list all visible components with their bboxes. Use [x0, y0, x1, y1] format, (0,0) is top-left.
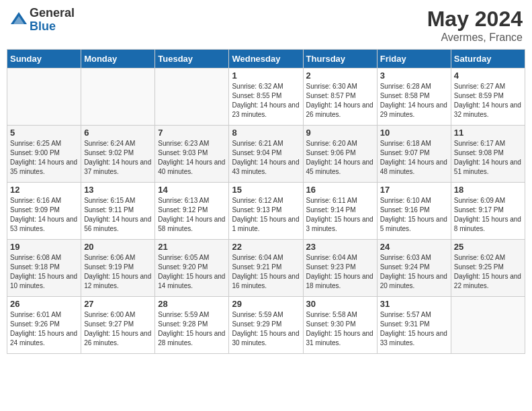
- day-number: 3: [380, 71, 448, 81]
- day-info: Sunrise: 6:01 AMSunset: 9:26 PMDaylight:…: [10, 310, 78, 348]
- calendar-day-cell: 19Sunrise: 6:08 AMSunset: 9:18 PMDayligh…: [7, 240, 81, 297]
- calendar-day-cell: 3Sunrise: 6:28 AMSunset: 8:58 PMDaylight…: [377, 68, 451, 126]
- day-number: 2: [306, 71, 374, 81]
- day-number: 12: [10, 185, 78, 195]
- calendar-day-cell: 11Sunrise: 6:17 AMSunset: 9:08 PMDayligh…: [451, 126, 525, 183]
- day-number: 22: [232, 242, 300, 252]
- day-info: Sunrise: 5:58 AMSunset: 9:30 PMDaylight:…: [306, 310, 374, 348]
- calendar-day-cell: 21Sunrise: 6:05 AMSunset: 9:20 PMDayligh…: [155, 240, 229, 297]
- calendar-day-cell: 25Sunrise: 6:02 AMSunset: 9:25 PMDayligh…: [451, 240, 525, 297]
- calendar-day-cell: 23Sunrise: 6:04 AMSunset: 9:23 PMDayligh…: [303, 240, 377, 297]
- calendar-day-cell: 27Sunrise: 6:00 AMSunset: 9:27 PMDayligh…: [81, 297, 155, 354]
- day-info: Sunrise: 6:23 AMSunset: 9:03 PMDaylight:…: [158, 139, 226, 177]
- days-of-week-row: SundayMondayTuesdayWednesdayThursdayFrid…: [7, 50, 525, 68]
- day-number: 10: [380, 128, 448, 138]
- logo-blue-text: Blue: [30, 20, 75, 34]
- day-of-week-header: Monday: [81, 50, 155, 68]
- day-info: Sunrise: 6:02 AMSunset: 9:25 PMDaylight:…: [454, 253, 522, 291]
- day-info: Sunrise: 6:12 AMSunset: 9:13 PMDaylight:…: [232, 196, 300, 234]
- day-of-week-header: Sunday: [7, 50, 81, 68]
- day-number: 9: [306, 128, 374, 138]
- day-info: Sunrise: 6:20 AMSunset: 9:06 PMDaylight:…: [306, 139, 374, 177]
- page-header: General Blue May 2024 Avermes, France: [7, 7, 525, 44]
- day-info: Sunrise: 6:18 AMSunset: 9:07 PMDaylight:…: [380, 139, 448, 177]
- calendar-day-cell: 1Sunrise: 6:32 AMSunset: 8:55 PMDaylight…: [229, 68, 303, 126]
- calendar-day-cell: 15Sunrise: 6:12 AMSunset: 9:13 PMDayligh…: [229, 183, 303, 240]
- day-info: Sunrise: 6:17 AMSunset: 9:08 PMDaylight:…: [454, 139, 522, 177]
- day-info: Sunrise: 6:06 AMSunset: 9:19 PMDaylight:…: [84, 253, 152, 291]
- logo-text: General Blue: [30, 7, 75, 34]
- day-number: 29: [232, 299, 300, 309]
- calendar-day-cell: [81, 68, 155, 126]
- day-info: Sunrise: 6:28 AMSunset: 8:58 PMDaylight:…: [380, 82, 448, 120]
- logo: General Blue: [9, 7, 75, 34]
- day-number: 14: [158, 185, 226, 195]
- calendar-day-cell: 29Sunrise: 5:59 AMSunset: 9:29 PMDayligh…: [229, 297, 303, 354]
- calendar-day-cell: 31Sunrise: 5:57 AMSunset: 9:31 PMDayligh…: [377, 297, 451, 354]
- day-number: 15: [232, 185, 300, 195]
- day-info: Sunrise: 5:59 AMSunset: 9:29 PMDaylight:…: [232, 310, 300, 348]
- day-info: Sunrise: 6:08 AMSunset: 9:18 PMDaylight:…: [10, 253, 78, 291]
- day-number: 23: [306, 242, 374, 252]
- day-info: Sunrise: 6:27 AMSunset: 8:59 PMDaylight:…: [454, 82, 522, 120]
- day-info: Sunrise: 6:04 AMSunset: 9:23 PMDaylight:…: [306, 253, 374, 291]
- calendar-day-cell: 30Sunrise: 5:58 AMSunset: 9:30 PMDayligh…: [303, 297, 377, 354]
- calendar-day-cell: 24Sunrise: 6:03 AMSunset: 9:24 PMDayligh…: [377, 240, 451, 297]
- day-info: Sunrise: 6:32 AMSunset: 8:55 PMDaylight:…: [232, 82, 300, 120]
- day-number: 24: [380, 242, 448, 252]
- calendar-day-cell: 14Sunrise: 6:13 AMSunset: 9:12 PMDayligh…: [155, 183, 229, 240]
- calendar-body: 1Sunrise: 6:32 AMSunset: 8:55 PMDaylight…: [7, 68, 525, 354]
- day-of-week-header: Tuesday: [155, 50, 229, 68]
- day-of-week-header: Saturday: [451, 50, 525, 68]
- day-of-week-header: Friday: [377, 50, 451, 68]
- day-info: Sunrise: 6:09 AMSunset: 9:17 PMDaylight:…: [454, 196, 522, 234]
- calendar-day-cell: 10Sunrise: 6:18 AMSunset: 9:07 PMDayligh…: [377, 126, 451, 183]
- day-number: 31: [380, 299, 448, 309]
- day-number: 6: [84, 128, 152, 138]
- calendar-day-cell: 5Sunrise: 6:25 AMSunset: 9:00 PMDaylight…: [7, 126, 81, 183]
- calendar-day-cell: 17Sunrise: 6:10 AMSunset: 9:16 PMDayligh…: [377, 183, 451, 240]
- calendar-day-cell: 22Sunrise: 6:04 AMSunset: 9:21 PMDayligh…: [229, 240, 303, 297]
- calendar-week-row: 26Sunrise: 6:01 AMSunset: 9:26 PMDayligh…: [7, 297, 525, 354]
- day-number: 25: [454, 242, 522, 252]
- calendar-day-cell: 8Sunrise: 6:21 AMSunset: 9:04 PMDaylight…: [229, 126, 303, 183]
- location-subtitle: Avermes, France: [427, 32, 523, 44]
- day-info: Sunrise: 6:13 AMSunset: 9:12 PMDaylight:…: [158, 196, 226, 234]
- day-number: 17: [380, 185, 448, 195]
- day-of-week-header: Wednesday: [229, 50, 303, 68]
- day-number: 11: [454, 128, 522, 138]
- day-number: 5: [10, 128, 78, 138]
- logo-general-text: General: [30, 7, 75, 20]
- day-info: Sunrise: 6:21 AMSunset: 9:04 PMDaylight:…: [232, 139, 300, 177]
- calendar-header: SundayMondayTuesdayWednesdayThursdayFrid…: [7, 50, 525, 68]
- day-info: Sunrise: 5:59 AMSunset: 9:28 PMDaylight:…: [158, 310, 226, 348]
- calendar-day-cell: [451, 297, 525, 354]
- day-info: Sunrise: 6:00 AMSunset: 9:27 PMDaylight:…: [84, 310, 152, 348]
- day-number: 26: [10, 299, 78, 309]
- day-of-week-header: Thursday: [303, 50, 377, 68]
- calendar-day-cell: 18Sunrise: 6:09 AMSunset: 9:17 PMDayligh…: [451, 183, 525, 240]
- day-number: 27: [84, 299, 152, 309]
- calendar-week-row: 5Sunrise: 6:25 AMSunset: 9:00 PMDaylight…: [7, 126, 525, 183]
- calendar-day-cell: 2Sunrise: 6:30 AMSunset: 8:57 PMDaylight…: [303, 68, 377, 126]
- day-info: Sunrise: 6:30 AMSunset: 8:57 PMDaylight:…: [306, 82, 374, 120]
- day-number: 8: [232, 128, 300, 138]
- day-info: Sunrise: 6:25 AMSunset: 9:00 PMDaylight:…: [10, 139, 78, 177]
- day-info: Sunrise: 6:04 AMSunset: 9:21 PMDaylight:…: [232, 253, 300, 291]
- calendar-day-cell: 12Sunrise: 6:16 AMSunset: 9:09 PMDayligh…: [7, 183, 81, 240]
- day-info: Sunrise: 6:05 AMSunset: 9:20 PMDaylight:…: [158, 253, 226, 291]
- calendar-week-row: 1Sunrise: 6:32 AMSunset: 8:55 PMDaylight…: [7, 68, 525, 126]
- day-number: 13: [84, 185, 152, 195]
- calendar-day-cell: 16Sunrise: 6:11 AMSunset: 9:14 PMDayligh…: [303, 183, 377, 240]
- day-number: 19: [10, 242, 78, 252]
- calendar-day-cell: [7, 68, 81, 126]
- day-number: 4: [454, 71, 522, 81]
- calendar-day-cell: 28Sunrise: 5:59 AMSunset: 9:28 PMDayligh…: [155, 297, 229, 354]
- day-number: 7: [158, 128, 226, 138]
- day-info: Sunrise: 6:11 AMSunset: 9:14 PMDaylight:…: [306, 196, 374, 234]
- day-info: Sunrise: 6:03 AMSunset: 9:24 PMDaylight:…: [380, 253, 448, 291]
- day-number: 1: [232, 71, 300, 81]
- calendar-day-cell: 9Sunrise: 6:20 AMSunset: 9:06 PMDaylight…: [303, 126, 377, 183]
- calendar-day-cell: 13Sunrise: 6:15 AMSunset: 9:11 PMDayligh…: [81, 183, 155, 240]
- day-info: Sunrise: 6:24 AMSunset: 9:02 PMDaylight:…: [84, 139, 152, 177]
